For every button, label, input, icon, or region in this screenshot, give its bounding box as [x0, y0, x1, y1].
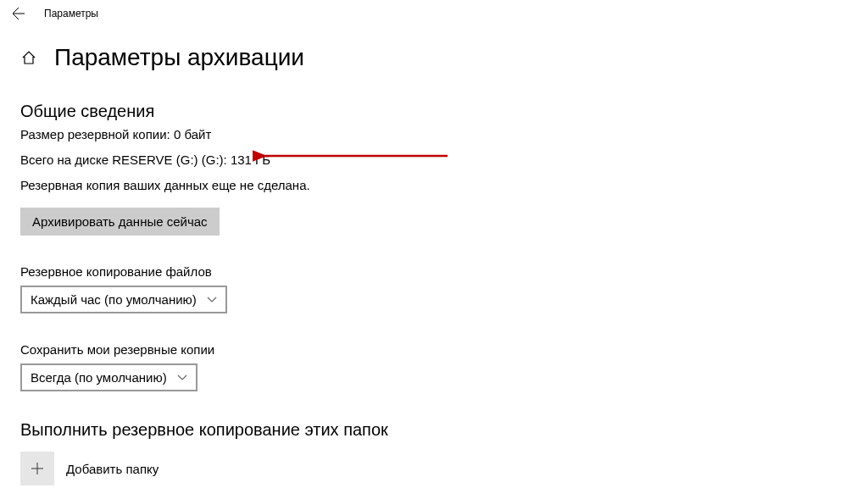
- disk-total-text: Всего на диске RESERVE (G:) (G:): 131 ГБ: [20, 150, 848, 170]
- backup-now-button[interactable]: Архивировать данные сейчас: [20, 208, 220, 236]
- not-backed-up-text: Резервная копия ваших данных еще не сдел…: [20, 175, 848, 196]
- backup-frequency-dropdown[interactable]: Каждый час (по умолчанию): [20, 286, 227, 313]
- keep-backups-group: Сохранить мои резервные копии Всегда (по…: [20, 342, 848, 415]
- backup-frequency-value: Каждый час (по умолчанию): [31, 292, 197, 307]
- chevron-down-icon: [177, 374, 187, 381]
- home-icon: [21, 50, 36, 65]
- content-area: Параметры архивации Общие сведения Разме…: [0, 27, 868, 485]
- backup-files-label: Резервное копирование файлов: [20, 264, 848, 279]
- backup-files-group: Резервное копирование файлов Каждый час …: [20, 264, 848, 337]
- backup-size-text: Размер резервной копии: 0 байт: [20, 125, 848, 145]
- keep-backups-dropdown[interactable]: Всегда (по умолчанию): [20, 363, 198, 391]
- title-bar: Параметры: [0, 0, 868, 27]
- home-button[interactable]: [20, 49, 37, 66]
- overview-heading: Общие сведения: [20, 102, 848, 121]
- folders-heading: Выполнить резервное копирование этих пап…: [20, 420, 848, 440]
- back-button[interactable]: [10, 5, 27, 22]
- window-title: Параметры: [44, 8, 98, 19]
- keep-backups-value: Всегда (по умолчанию): [31, 370, 167, 385]
- plus-icon: [30, 461, 45, 476]
- page-title: Параметры архивации: [54, 44, 304, 71]
- keep-backups-label: Сохранить мои резервные копии: [20, 342, 848, 357]
- back-arrow-icon: [12, 7, 25, 20]
- overview-section: Общие сведения Размер резервной копии: 0…: [20, 102, 848, 261]
- add-folder-button[interactable]: [20, 452, 54, 485]
- page-header: Параметры архивации: [20, 44, 848, 71]
- chevron-down-icon: [207, 297, 217, 303]
- add-folder-row: Добавить папку: [20, 452, 848, 485]
- add-folder-label: Добавить папку: [66, 462, 159, 476]
